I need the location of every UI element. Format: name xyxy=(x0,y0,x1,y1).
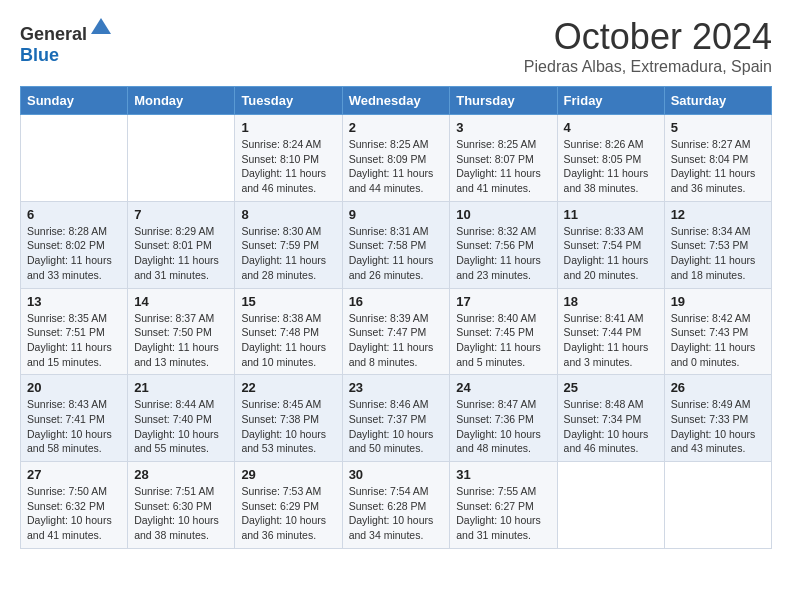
day-info: Sunrise: 8:38 AM Sunset: 7:48 PM Dayligh… xyxy=(241,311,335,370)
day-cell: 10Sunrise: 8:32 AM Sunset: 7:56 PM Dayli… xyxy=(450,201,557,288)
day-cell: 16Sunrise: 8:39 AM Sunset: 7:47 PM Dayli… xyxy=(342,288,450,375)
day-number: 22 xyxy=(241,380,335,395)
day-info: Sunrise: 8:25 AM Sunset: 8:07 PM Dayligh… xyxy=(456,137,550,196)
day-cell xyxy=(664,462,771,549)
header-row: SundayMondayTuesdayWednesdayThursdayFrid… xyxy=(21,87,772,115)
day-cell xyxy=(557,462,664,549)
day-number: 14 xyxy=(134,294,228,309)
week-row-0: 1Sunrise: 8:24 AM Sunset: 8:10 PM Daylig… xyxy=(21,115,772,202)
logo: General Blue xyxy=(20,16,113,66)
day-number: 8 xyxy=(241,207,335,222)
header-cell-tuesday: Tuesday xyxy=(235,87,342,115)
day-number: 11 xyxy=(564,207,658,222)
day-cell: 29Sunrise: 7:53 AM Sunset: 6:29 PM Dayli… xyxy=(235,462,342,549)
day-info: Sunrise: 8:42 AM Sunset: 7:43 PM Dayligh… xyxy=(671,311,765,370)
day-number: 5 xyxy=(671,120,765,135)
day-number: 27 xyxy=(27,467,121,482)
day-number: 12 xyxy=(671,207,765,222)
day-info: Sunrise: 8:30 AM Sunset: 7:59 PM Dayligh… xyxy=(241,224,335,283)
day-info: Sunrise: 8:48 AM Sunset: 7:34 PM Dayligh… xyxy=(564,397,658,456)
day-info: Sunrise: 7:53 AM Sunset: 6:29 PM Dayligh… xyxy=(241,484,335,543)
day-cell: 12Sunrise: 8:34 AM Sunset: 7:53 PM Dayli… xyxy=(664,201,771,288)
day-cell: 22Sunrise: 8:45 AM Sunset: 7:38 PM Dayli… xyxy=(235,375,342,462)
day-info: Sunrise: 7:50 AM Sunset: 6:32 PM Dayligh… xyxy=(27,484,121,543)
header-cell-thursday: Thursday xyxy=(450,87,557,115)
day-number: 3 xyxy=(456,120,550,135)
day-number: 13 xyxy=(27,294,121,309)
day-cell: 13Sunrise: 8:35 AM Sunset: 7:51 PM Dayli… xyxy=(21,288,128,375)
day-info: Sunrise: 7:54 AM Sunset: 6:28 PM Dayligh… xyxy=(349,484,444,543)
day-cell: 24Sunrise: 8:47 AM Sunset: 7:36 PM Dayli… xyxy=(450,375,557,462)
day-cell: 27Sunrise: 7:50 AM Sunset: 6:32 PM Dayli… xyxy=(21,462,128,549)
day-cell: 20Sunrise: 8:43 AM Sunset: 7:41 PM Dayli… xyxy=(21,375,128,462)
day-number: 4 xyxy=(564,120,658,135)
logo-blue: Blue xyxy=(20,45,59,65)
day-cell: 17Sunrise: 8:40 AM Sunset: 7:45 PM Dayli… xyxy=(450,288,557,375)
day-number: 1 xyxy=(241,120,335,135)
day-info: Sunrise: 8:27 AM Sunset: 8:04 PM Dayligh… xyxy=(671,137,765,196)
day-info: Sunrise: 8:32 AM Sunset: 7:56 PM Dayligh… xyxy=(456,224,550,283)
day-cell: 25Sunrise: 8:48 AM Sunset: 7:34 PM Dayli… xyxy=(557,375,664,462)
header: General Blue October 2024 Piedras Albas,… xyxy=(20,16,772,76)
day-info: Sunrise: 8:37 AM Sunset: 7:50 PM Dayligh… xyxy=(134,311,228,370)
day-number: 21 xyxy=(134,380,228,395)
day-info: Sunrise: 8:43 AM Sunset: 7:41 PM Dayligh… xyxy=(27,397,121,456)
day-info: Sunrise: 8:24 AM Sunset: 8:10 PM Dayligh… xyxy=(241,137,335,196)
day-cell xyxy=(21,115,128,202)
day-info: Sunrise: 8:46 AM Sunset: 7:37 PM Dayligh… xyxy=(349,397,444,456)
day-number: 28 xyxy=(134,467,228,482)
header-cell-sunday: Sunday xyxy=(21,87,128,115)
day-number: 24 xyxy=(456,380,550,395)
calendar-body: 1Sunrise: 8:24 AM Sunset: 8:10 PM Daylig… xyxy=(21,115,772,549)
day-number: 6 xyxy=(27,207,121,222)
header-cell-monday: Monday xyxy=(128,87,235,115)
week-row-3: 20Sunrise: 8:43 AM Sunset: 7:41 PM Dayli… xyxy=(21,375,772,462)
day-info: Sunrise: 8:47 AM Sunset: 7:36 PM Dayligh… xyxy=(456,397,550,456)
day-cell: 30Sunrise: 7:54 AM Sunset: 6:28 PM Dayli… xyxy=(342,462,450,549)
header-cell-saturday: Saturday xyxy=(664,87,771,115)
calendar-header: SundayMondayTuesdayWednesdayThursdayFrid… xyxy=(21,87,772,115)
day-cell: 2Sunrise: 8:25 AM Sunset: 8:09 PM Daylig… xyxy=(342,115,450,202)
day-info: Sunrise: 8:45 AM Sunset: 7:38 PM Dayligh… xyxy=(241,397,335,456)
day-info: Sunrise: 8:49 AM Sunset: 7:33 PM Dayligh… xyxy=(671,397,765,456)
day-cell: 11Sunrise: 8:33 AM Sunset: 7:54 PM Dayli… xyxy=(557,201,664,288)
day-number: 19 xyxy=(671,294,765,309)
day-cell: 14Sunrise: 8:37 AM Sunset: 7:50 PM Dayli… xyxy=(128,288,235,375)
day-number: 20 xyxy=(27,380,121,395)
day-number: 23 xyxy=(349,380,444,395)
day-info: Sunrise: 8:35 AM Sunset: 7:51 PM Dayligh… xyxy=(27,311,121,370)
day-info: Sunrise: 8:31 AM Sunset: 7:58 PM Dayligh… xyxy=(349,224,444,283)
day-cell: 21Sunrise: 8:44 AM Sunset: 7:40 PM Dayli… xyxy=(128,375,235,462)
day-info: Sunrise: 7:55 AM Sunset: 6:27 PM Dayligh… xyxy=(456,484,550,543)
day-number: 7 xyxy=(134,207,228,222)
day-number: 10 xyxy=(456,207,550,222)
day-number: 2 xyxy=(349,120,444,135)
title-area: October 2024 Piedras Albas, Extremadura,… xyxy=(524,16,772,76)
day-cell: 23Sunrise: 8:46 AM Sunset: 7:37 PM Dayli… xyxy=(342,375,450,462)
day-cell: 18Sunrise: 8:41 AM Sunset: 7:44 PM Dayli… xyxy=(557,288,664,375)
logo-icon xyxy=(89,16,113,40)
day-info: Sunrise: 8:34 AM Sunset: 7:53 PM Dayligh… xyxy=(671,224,765,283)
day-info: Sunrise: 8:33 AM Sunset: 7:54 PM Dayligh… xyxy=(564,224,658,283)
location-title: Piedras Albas, Extremadura, Spain xyxy=(524,58,772,76)
day-cell: 19Sunrise: 8:42 AM Sunset: 7:43 PM Dayli… xyxy=(664,288,771,375)
day-info: Sunrise: 8:28 AM Sunset: 8:02 PM Dayligh… xyxy=(27,224,121,283)
week-row-1: 6Sunrise: 8:28 AM Sunset: 8:02 PM Daylig… xyxy=(21,201,772,288)
day-number: 25 xyxy=(564,380,658,395)
day-info: Sunrise: 7:51 AM Sunset: 6:30 PM Dayligh… xyxy=(134,484,228,543)
day-cell: 3Sunrise: 8:25 AM Sunset: 8:07 PM Daylig… xyxy=(450,115,557,202)
header-cell-friday: Friday xyxy=(557,87,664,115)
day-number: 29 xyxy=(241,467,335,482)
svg-marker-0 xyxy=(91,18,111,34)
day-cell: 26Sunrise: 8:49 AM Sunset: 7:33 PM Dayli… xyxy=(664,375,771,462)
month-title: October 2024 xyxy=(524,16,772,58)
day-number: 9 xyxy=(349,207,444,222)
day-cell: 6Sunrise: 8:28 AM Sunset: 8:02 PM Daylig… xyxy=(21,201,128,288)
logo-text: General Blue xyxy=(20,16,113,66)
calendar-table: SundayMondayTuesdayWednesdayThursdayFrid… xyxy=(20,86,772,549)
day-info: Sunrise: 8:39 AM Sunset: 7:47 PM Dayligh… xyxy=(349,311,444,370)
day-cell: 15Sunrise: 8:38 AM Sunset: 7:48 PM Dayli… xyxy=(235,288,342,375)
day-number: 17 xyxy=(456,294,550,309)
day-cell: 31Sunrise: 7:55 AM Sunset: 6:27 PM Dayli… xyxy=(450,462,557,549)
day-info: Sunrise: 8:25 AM Sunset: 8:09 PM Dayligh… xyxy=(349,137,444,196)
